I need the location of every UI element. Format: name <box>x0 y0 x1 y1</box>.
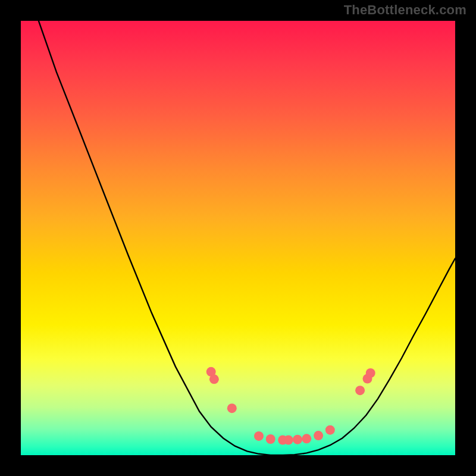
curve-marker <box>293 435 302 444</box>
chart-frame: TheBottleneck.com <box>0 0 476 476</box>
curve-marker <box>366 368 375 378</box>
plot-area <box>21 21 455 455</box>
curve-marker <box>227 403 237 413</box>
curve-marker <box>266 434 275 444</box>
watermark-text: TheBottleneck.com <box>344 2 466 18</box>
curve-marker <box>209 374 219 384</box>
curve-markers <box>206 367 375 445</box>
curve-marker <box>254 431 264 441</box>
curve-marker <box>325 425 335 435</box>
curve-marker <box>302 434 311 443</box>
bottleneck-curve <box>39 21 455 455</box>
curve-marker <box>284 436 293 445</box>
curve-marker <box>355 386 365 395</box>
curve-marker <box>314 431 323 440</box>
curve-layer <box>21 21 455 455</box>
